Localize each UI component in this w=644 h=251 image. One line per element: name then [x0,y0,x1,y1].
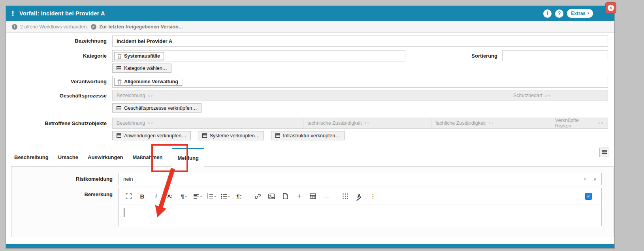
svg-text:3: 3 [207,197,208,199]
document-icon[interactable] [280,191,290,201]
trash-icon[interactable] [117,54,122,59]
kategorie-chip[interactable]: Systemausfälle [114,52,164,60]
ordered-list-icon: 123 [207,193,213,199]
paragraph-format-dropdown[interactable]: ¶ ▾ [179,191,189,201]
geschaeftsprozesse-table-header: Bezeichnung ∧∨ Schutzbedarf ∧∨ [112,90,608,101]
anwendungen-verknuepfen-button[interactable]: Anwendungen verknüpfen… [112,131,191,140]
sort-icon: ∧∨ [545,94,551,97]
sortierung-label: Sortierung [426,53,497,59]
sort-icon: ∧∨ [488,121,494,125]
chevron-down-icon: ▾ [200,195,202,198]
kategorie-waehlen-button[interactable]: Kategorie wählen… [112,64,171,73]
meldung-tab-panel: Risikomeldung nein × ∨ Bemerkung B i A: … [11,166,614,237]
risikomeldung-select[interactable]: nein × ∨ [118,173,602,185]
schutzobjekte-label: Betroffene Schutzobjekte [6,120,107,126]
trash-icon[interactable] [117,79,122,84]
app-window: ! Vorfall: Incident bei Provider A i ? E… [6,6,615,249]
workflows-text: 2 offene Workflows vorhanden. [20,24,88,30]
fullscreen-icon[interactable] [123,191,134,201]
image-icon[interactable] [266,191,277,201]
list-picker-icon [117,133,121,138]
ordered-list-dropdown[interactable]: 123 ▾ [206,191,217,201]
tab-ursache[interactable]: Ursache [58,154,78,160]
close-icon: × [608,5,614,11]
alert-icon: ! [11,9,14,17]
plus-icon[interactable]: + [294,191,304,201]
systeme-label: Systeme verknüpfen… [210,133,260,139]
sort-icon: ∧∨ [147,94,153,97]
bemerkung-richtext-editor: B i A: ¶ ▾ ▾ 123 ▾ [118,188,602,226]
anwendungen-label: Anwendungen verknüpfen… [124,133,186,139]
so-column-fachliche-zustaendigkeit[interactable]: fachliche Zuständigkeit ∧∨ [431,118,551,128]
kategorie-label: Kategorie [6,53,107,59]
schutzobjekte-table-header: Bezeichnung ∧∨ technische Zuständigkeit … [112,118,608,129]
tab-meldung[interactable]: Meldung [172,148,204,167]
kategorie-field[interactable]: Systemausfälle [112,50,405,62]
close-button[interactable]: × [605,2,616,13]
tab-massnahmen[interactable]: Maßnahmen [133,154,163,160]
kategorie-chip-label: Systemausfälle [124,53,160,59]
extras-label: Extras [571,11,586,16]
clear-icon[interactable]: × [583,176,587,182]
info-button[interactable]: i [543,9,552,18]
font-icon[interactable]: A: [165,191,175,201]
version-link[interactable]: Zur letzten freigegebenen Version… [99,24,183,30]
paragraph-icon: ¶ [181,193,184,200]
extras-button[interactable]: Extras ▾ [567,9,593,18]
bezeichnung-label: Bezeichnung [6,38,107,44]
geschaeftsprozesse-verknuepfen-button[interactable]: Geschäftsprozesse verknüpfen… [112,103,201,112]
italic-icon[interactable]: i [151,191,161,201]
chevron-down-icon: ▾ [215,195,216,198]
list-picker-icon [117,106,121,110]
help-button[interactable]: ? [555,9,563,18]
layout-toggle-button[interactable] [599,148,609,157]
tab-beschreibung[interactable]: Beschreibung [14,154,49,160]
align-left-icon [193,194,199,199]
editor-toolbar: B i A: ¶ ▾ ▾ 123 ▾ [119,188,601,204]
bullet-list-icon [221,194,227,199]
desktop-background: ! Vorfall: Incident bei Provider A i ? E… [0,0,644,251]
so-column-risiken-label: Verknüpfte Risiken [555,118,595,129]
so-column-fachlich-label: fachliche Zuständigkeit [435,120,486,126]
horizontal-rule-icon[interactable]: — [322,191,332,201]
notice-bar: i 2 offene Workflows vorhanden. ✔ Zur le… [6,21,614,33]
gp-column-bezeichnung-label: Bezeichnung [117,93,145,98]
verantwortung-chip[interactable]: Allgemeine Verwaltung [114,78,182,86]
so-column-bezeichnung-label: Bezeichnung [117,120,145,126]
paragraph-style-icon[interactable]: ¶: [234,191,244,201]
gp-column-bezeichnung[interactable]: Bezeichnung ∧∨ [113,90,509,101]
sort-icon: ∧∨ [147,121,153,125]
bullet-list-dropdown[interactable]: ▾ [220,191,230,201]
sortierung-input[interactable] [502,50,608,61]
more-options-icon[interactable]: ⋮ [368,191,378,201]
text-cursor [124,208,124,217]
verantwortung-label: Verantwortung [6,79,107,84]
align-dropdown[interactable]: ▾ [192,191,203,201]
gp-column-schutzbedarf[interactable]: Schutzbedarf ∧∨ [509,90,608,101]
verantwortung-field[interactable]: Allgemeine Verwaltung [112,76,608,88]
list-picker-icon [202,133,207,138]
special-characters-icon[interactable] [340,191,350,201]
window-titlebar: ! Vorfall: Incident bei Provider A i ? E… [6,6,614,21]
editor-content-area[interactable] [119,204,601,226]
so-column-bezeichnung[interactable]: Bezeichnung ∧∨ [113,118,303,128]
kategorie-waehlen-label: Kategorie wählen… [124,66,167,71]
paragraph-style-glyph: ¶: [236,193,241,200]
table-icon[interactable] [308,191,318,201]
check-circle-icon: ✔ [91,24,96,30]
verantwortung-chip-label: Allgemeine Verwaltung [124,79,178,84]
so-column-verknuepfte-risiken[interactable]: Verknüpfte Risiken ∧∨ [551,118,608,128]
so-column-technische-zustaendigkeit[interactable]: technische Zuständigkeit ∧∨ [303,118,431,128]
sort-icon: ∧∨ [598,121,604,125]
infrastruktur-verknuepfen-button[interactable]: Infrastruktur verknüpfen… [271,131,345,140]
chevron-down-icon[interactable]: ∨ [593,176,597,182]
clear-formatting-icon[interactable]: A [354,191,364,201]
systeme-verknuepfen-button[interactable]: Systeme verknüpfen… [198,131,264,140]
bezeichnung-input[interactable] [112,36,608,47]
bemerkung-checkbox[interactable]: ✓ [585,193,592,200]
bold-icon[interactable]: B [137,191,147,201]
link-icon[interactable] [252,191,263,201]
gp-column-schutzbedarf-label: Schutzbedarf [513,93,542,98]
rows-icon [602,150,607,154]
tab-auswirkungen[interactable]: Auswirkungen [88,154,123,160]
